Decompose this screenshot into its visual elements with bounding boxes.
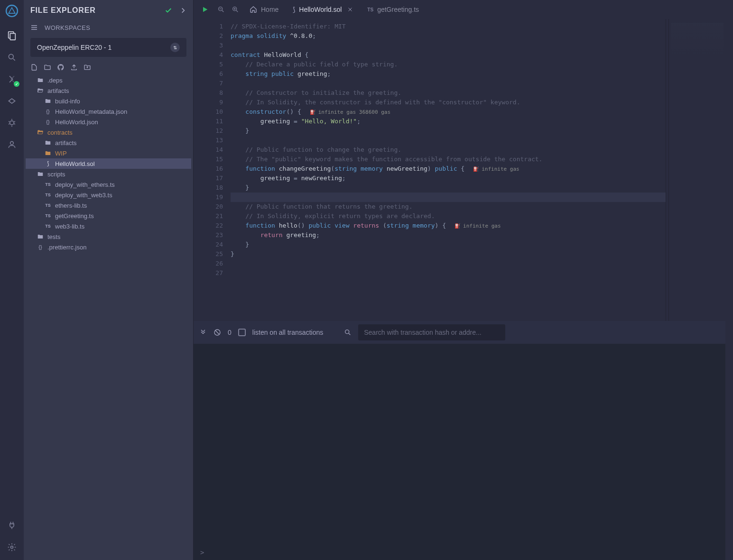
tree-item[interactable]: {}HelloWorld_metadata.json (26, 106, 191, 117)
code-line: string public greeting; (231, 69, 666, 79)
term-search-icon[interactable] (344, 329, 352, 336)
workspace-selector[interactable]: OpenZeppelin ERC20 - 1 ⇅ (30, 38, 186, 57)
tree-item[interactable]: tests (26, 231, 191, 242)
line-number: 12 (194, 126, 223, 136)
tree-item[interactable]: artifacts (26, 138, 191, 148)
code-line: pragma solidity ^0.8.0; (231, 31, 666, 41)
code-editor[interactable]: // SPDX-License-Identifier: MITpragma so… (227, 19, 666, 321)
upload-icon[interactable] (70, 64, 78, 71)
tab-home[interactable]: Home (243, 0, 285, 19)
file-label: contracts (47, 129, 73, 136)
line-number: 17 (194, 174, 223, 183)
workspaces-header: WORKSPACES (24, 21, 193, 34)
file-label: HelloWorld.json (55, 119, 98, 126)
file-icon: TS (45, 213, 51, 218)
line-number: 16 (194, 164, 223, 174)
tree-item[interactable]: ⟆HelloWorld.sol (26, 158, 191, 169)
tree-item[interactable]: contracts (26, 127, 191, 138)
file-label: .prettierrc.json (47, 244, 86, 251)
github-icon[interactable] (57, 64, 65, 71)
code-line: greeting = "Hello, World!"; (231, 117, 666, 126)
line-number: 3 (194, 41, 223, 50)
file-label: deploy_with_ethers.ts (55, 181, 115, 188)
tree-item[interactable]: {}HelloWorld.json (26, 117, 191, 127)
line-number: 23 (194, 230, 223, 240)
tree-item[interactable]: TSethers-lib.ts (26, 200, 191, 211)
tree-item[interactable]: TSdeploy_with_web3.ts (26, 190, 191, 200)
tab-third[interactable]: TS getGreeting.ts (361, 0, 426, 19)
clear-icon[interactable] (213, 329, 221, 336)
workspace-name: OpenZeppelin ERC20 - 1 (37, 44, 111, 51)
file-icon (37, 87, 44, 94)
tree-item[interactable]: artifacts (26, 85, 191, 96)
code-line (231, 136, 666, 145)
collapse-icon[interactable] (199, 329, 207, 336)
prompt-symbol: > (200, 549, 204, 556)
tree-item[interactable]: TSdeploy_with_ethers.ts (26, 179, 191, 190)
line-number: 15 (194, 155, 223, 164)
plug-icon[interactable] (6, 519, 18, 532)
run-icon[interactable] (201, 6, 209, 13)
close-icon[interactable] (347, 7, 353, 12)
line-number: 25 (194, 249, 223, 259)
svg-point-6 (11, 546, 13, 549)
listen-checkbox[interactable] (238, 329, 246, 336)
file-label: scripts (47, 171, 65, 178)
remix-logo[interactable] (4, 3, 20, 19)
solidity-icon: ⟆ (293, 6, 295, 13)
tree-item[interactable]: scripts (26, 169, 191, 179)
file-explorer-icon[interactable] (6, 29, 18, 42)
chevron-right-icon[interactable] (180, 7, 186, 14)
file-label: HelloWorld_metadata.json (55, 108, 127, 115)
ts-icon: TS (367, 7, 373, 12)
terminal-body[interactable] (194, 344, 725, 545)
tree-item[interactable]: {}.prettierrc.json (26, 242, 191, 252)
code-line: // Public function to change the greetin… (231, 145, 666, 155)
line-number: 9 (194, 98, 223, 107)
settings-icon[interactable] (6, 541, 18, 553)
code-line (231, 41, 666, 50)
search-icon[interactable] (6, 51, 18, 64)
tree-item[interactable]: build-info (26, 96, 191, 106)
line-number: 1 (194, 22, 223, 31)
new-folder-icon[interactable] (44, 64, 51, 71)
file-icon (37, 77, 44, 83)
main-area: Home ⟆ HelloWorld.sol TS getGreeting.ts … (194, 0, 725, 560)
zoom-out-icon[interactable] (217, 6, 225, 13)
hamburger-icon[interactable] (30, 24, 38, 31)
tree-item[interactable]: TSweb3-lib.ts (26, 221, 191, 231)
line-number: 22 (194, 221, 223, 230)
file-icon: TS (45, 182, 51, 187)
file-icon: TS (45, 203, 51, 208)
chevron-updown-icon: ⇅ (170, 43, 180, 52)
file-label: artifacts (55, 139, 77, 147)
tree-item[interactable]: TSgetGreeting.ts (26, 211, 191, 221)
deploy-icon[interactable] (6, 95, 18, 107)
listen-label: listen on all transactions (252, 329, 323, 336)
tree-item[interactable]: .deps (26, 75, 191, 85)
debugger-icon[interactable] (6, 117, 18, 129)
svg-rect-2 (10, 33, 15, 40)
line-number: 2 (194, 31, 223, 41)
code-line: // SPDX-License-Identifier: MIT (231, 22, 666, 31)
new-file-icon[interactable] (30, 64, 38, 71)
tree-item[interactable]: WIP (26, 148, 191, 158)
minimap[interactable] (668, 19, 725, 321)
tab-active[interactable]: ⟆ HelloWorld.sol (286, 0, 360, 19)
line-number: 10 (194, 107, 223, 117)
line-number: 24 (194, 240, 223, 249)
file-toolbar (24, 61, 193, 75)
compiler-icon[interactable] (6, 73, 18, 85)
plugin-manager-icon[interactable] (6, 138, 18, 151)
file-label: WIP (55, 150, 67, 157)
file-label: getGreeting.ts (55, 212, 94, 220)
check-icon[interactable] (165, 7, 172, 14)
code-line: } (231, 183, 666, 193)
upload-folder-icon[interactable] (84, 64, 91, 71)
terminal-search-input[interactable] (358, 324, 505, 340)
code-line: // In Solidity, the constructor is defin… (231, 98, 666, 107)
terminal-prompt[interactable]: > (194, 545, 725, 560)
zoom-in-icon[interactable] (232, 6, 239, 13)
tab-home-label: Home (261, 6, 278, 13)
tab-active-label: HelloWorld.sol (299, 6, 342, 13)
